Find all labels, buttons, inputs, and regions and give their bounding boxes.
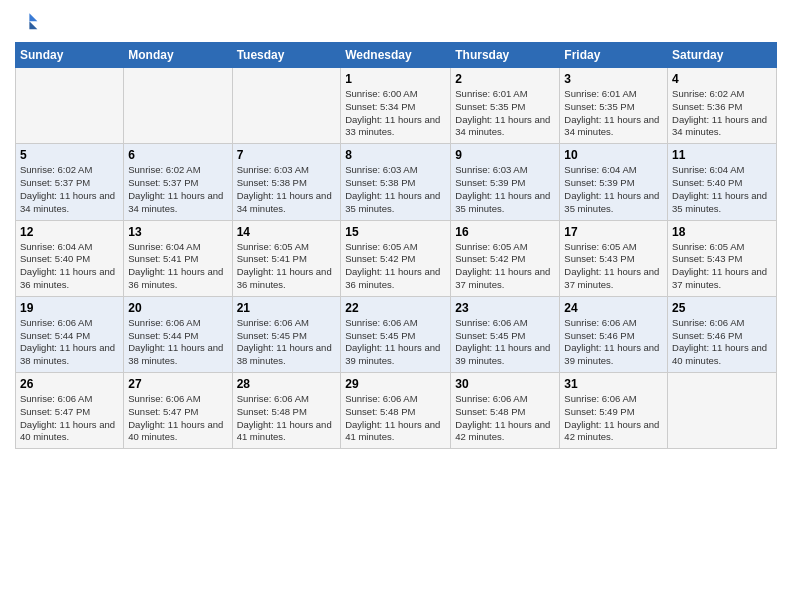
calendar-cell: 15Sunrise: 6:05 AM Sunset: 5:42 PM Dayli…: [341, 220, 451, 296]
day-number: 31: [564, 377, 663, 391]
week-row-3: 12Sunrise: 6:04 AM Sunset: 5:40 PM Dayli…: [16, 220, 777, 296]
svg-marker-0: [29, 13, 37, 21]
day-info: Sunrise: 6:05 AM Sunset: 5:43 PM Dayligh…: [672, 241, 772, 292]
day-number: 3: [564, 72, 663, 86]
calendar-cell: 7Sunrise: 6:03 AM Sunset: 5:38 PM Daylig…: [232, 144, 341, 220]
calendar-cell: 27Sunrise: 6:06 AM Sunset: 5:47 PM Dayli…: [124, 373, 232, 449]
calendar-cell: 9Sunrise: 6:03 AM Sunset: 5:39 PM Daylig…: [451, 144, 560, 220]
header-row: SundayMondayTuesdayWednesdayThursdayFrid…: [16, 43, 777, 68]
day-info: Sunrise: 6:03 AM Sunset: 5:39 PM Dayligh…: [455, 164, 555, 215]
day-info: Sunrise: 6:00 AM Sunset: 5:34 PM Dayligh…: [345, 88, 446, 139]
calendar-cell: 25Sunrise: 6:06 AM Sunset: 5:46 PM Dayli…: [668, 296, 777, 372]
svg-marker-1: [29, 21, 37, 29]
day-number: 13: [128, 225, 227, 239]
week-row-1: 1Sunrise: 6:00 AM Sunset: 5:34 PM Daylig…: [16, 68, 777, 144]
header-friday: Friday: [560, 43, 668, 68]
day-number: 12: [20, 225, 119, 239]
day-info: Sunrise: 6:05 AM Sunset: 5:41 PM Dayligh…: [237, 241, 337, 292]
calendar-cell: 31Sunrise: 6:06 AM Sunset: 5:49 PM Dayli…: [560, 373, 668, 449]
calendar-cell: 6Sunrise: 6:02 AM Sunset: 5:37 PM Daylig…: [124, 144, 232, 220]
day-number: 19: [20, 301, 119, 315]
calendar-cell: 5Sunrise: 6:02 AM Sunset: 5:37 PM Daylig…: [16, 144, 124, 220]
calendar-cell: 22Sunrise: 6:06 AM Sunset: 5:45 PM Dayli…: [341, 296, 451, 372]
day-info: Sunrise: 6:06 AM Sunset: 5:48 PM Dayligh…: [237, 393, 337, 444]
calendar-cell: 1Sunrise: 6:00 AM Sunset: 5:34 PM Daylig…: [341, 68, 451, 144]
calendar-cell: 12Sunrise: 6:04 AM Sunset: 5:40 PM Dayli…: [16, 220, 124, 296]
calendar-cell: 24Sunrise: 6:06 AM Sunset: 5:46 PM Dayli…: [560, 296, 668, 372]
day-number: 18: [672, 225, 772, 239]
day-info: Sunrise: 6:04 AM Sunset: 5:39 PM Dayligh…: [564, 164, 663, 215]
day-info: Sunrise: 6:06 AM Sunset: 5:45 PM Dayligh…: [345, 317, 446, 368]
calendar-cell: 26Sunrise: 6:06 AM Sunset: 5:47 PM Dayli…: [16, 373, 124, 449]
day-info: Sunrise: 6:06 AM Sunset: 5:47 PM Dayligh…: [128, 393, 227, 444]
day-number: 11: [672, 148, 772, 162]
header-monday: Monday: [124, 43, 232, 68]
day-number: 29: [345, 377, 446, 391]
calendar-cell: 16Sunrise: 6:05 AM Sunset: 5:42 PM Dayli…: [451, 220, 560, 296]
week-row-2: 5Sunrise: 6:02 AM Sunset: 5:37 PM Daylig…: [16, 144, 777, 220]
header-sunday: Sunday: [16, 43, 124, 68]
day-number: 25: [672, 301, 772, 315]
logo-icon: [15, 10, 39, 34]
calendar-cell: 20Sunrise: 6:06 AM Sunset: 5:44 PM Dayli…: [124, 296, 232, 372]
header-wednesday: Wednesday: [341, 43, 451, 68]
day-number: 2: [455, 72, 555, 86]
day-number: 23: [455, 301, 555, 315]
day-number: 20: [128, 301, 227, 315]
day-number: 28: [237, 377, 337, 391]
day-info: Sunrise: 6:06 AM Sunset: 5:44 PM Dayligh…: [20, 317, 119, 368]
day-number: 1: [345, 72, 446, 86]
logo: [15, 10, 43, 34]
day-info: Sunrise: 6:06 AM Sunset: 5:46 PM Dayligh…: [672, 317, 772, 368]
header: [15, 10, 777, 34]
calendar-cell: 4Sunrise: 6:02 AM Sunset: 5:36 PM Daylig…: [668, 68, 777, 144]
day-number: 24: [564, 301, 663, 315]
header-tuesday: Tuesday: [232, 43, 341, 68]
day-info: Sunrise: 6:05 AM Sunset: 5:42 PM Dayligh…: [455, 241, 555, 292]
day-info: Sunrise: 6:06 AM Sunset: 5:45 PM Dayligh…: [455, 317, 555, 368]
day-info: Sunrise: 6:06 AM Sunset: 5:46 PM Dayligh…: [564, 317, 663, 368]
day-info: Sunrise: 6:03 AM Sunset: 5:38 PM Dayligh…: [345, 164, 446, 215]
day-number: 27: [128, 377, 227, 391]
header-saturday: Saturday: [668, 43, 777, 68]
calendar-cell: [232, 68, 341, 144]
day-info: Sunrise: 6:02 AM Sunset: 5:37 PM Dayligh…: [128, 164, 227, 215]
day-number: 14: [237, 225, 337, 239]
calendar-cell: 14Sunrise: 6:05 AM Sunset: 5:41 PM Dayli…: [232, 220, 341, 296]
calendar-cell: 10Sunrise: 6:04 AM Sunset: 5:39 PM Dayli…: [560, 144, 668, 220]
calendar-cell: 2Sunrise: 6:01 AM Sunset: 5:35 PM Daylig…: [451, 68, 560, 144]
day-number: 26: [20, 377, 119, 391]
calendar-cell: 23Sunrise: 6:06 AM Sunset: 5:45 PM Dayli…: [451, 296, 560, 372]
day-number: 9: [455, 148, 555, 162]
day-number: 6: [128, 148, 227, 162]
calendar-cell: 28Sunrise: 6:06 AM Sunset: 5:48 PM Dayli…: [232, 373, 341, 449]
day-number: 5: [20, 148, 119, 162]
day-info: Sunrise: 6:06 AM Sunset: 5:49 PM Dayligh…: [564, 393, 663, 444]
day-info: Sunrise: 6:04 AM Sunset: 5:41 PM Dayligh…: [128, 241, 227, 292]
day-number: 16: [455, 225, 555, 239]
day-number: 7: [237, 148, 337, 162]
day-info: Sunrise: 6:06 AM Sunset: 5:48 PM Dayligh…: [345, 393, 446, 444]
calendar-cell: 8Sunrise: 6:03 AM Sunset: 5:38 PM Daylig…: [341, 144, 451, 220]
calendar-table: SundayMondayTuesdayWednesdayThursdayFrid…: [15, 42, 777, 449]
day-number: 8: [345, 148, 446, 162]
day-info: Sunrise: 6:01 AM Sunset: 5:35 PM Dayligh…: [564, 88, 663, 139]
calendar-cell: 3Sunrise: 6:01 AM Sunset: 5:35 PM Daylig…: [560, 68, 668, 144]
day-info: Sunrise: 6:06 AM Sunset: 5:48 PM Dayligh…: [455, 393, 555, 444]
calendar-cell: 19Sunrise: 6:06 AM Sunset: 5:44 PM Dayli…: [16, 296, 124, 372]
calendar-cell: [668, 373, 777, 449]
calendar-cell: 11Sunrise: 6:04 AM Sunset: 5:40 PM Dayli…: [668, 144, 777, 220]
header-thursday: Thursday: [451, 43, 560, 68]
calendar-cell: 30Sunrise: 6:06 AM Sunset: 5:48 PM Dayli…: [451, 373, 560, 449]
day-info: Sunrise: 6:04 AM Sunset: 5:40 PM Dayligh…: [20, 241, 119, 292]
day-info: Sunrise: 6:03 AM Sunset: 5:38 PM Dayligh…: [237, 164, 337, 215]
day-info: Sunrise: 6:06 AM Sunset: 5:44 PM Dayligh…: [128, 317, 227, 368]
day-info: Sunrise: 6:05 AM Sunset: 5:42 PM Dayligh…: [345, 241, 446, 292]
calendar-cell: 13Sunrise: 6:04 AM Sunset: 5:41 PM Dayli…: [124, 220, 232, 296]
calendar-cell: 17Sunrise: 6:05 AM Sunset: 5:43 PM Dayli…: [560, 220, 668, 296]
day-number: 17: [564, 225, 663, 239]
week-row-4: 19Sunrise: 6:06 AM Sunset: 5:44 PM Dayli…: [16, 296, 777, 372]
day-info: Sunrise: 6:02 AM Sunset: 5:36 PM Dayligh…: [672, 88, 772, 139]
week-row-5: 26Sunrise: 6:06 AM Sunset: 5:47 PM Dayli…: [16, 373, 777, 449]
calendar-cell: [124, 68, 232, 144]
